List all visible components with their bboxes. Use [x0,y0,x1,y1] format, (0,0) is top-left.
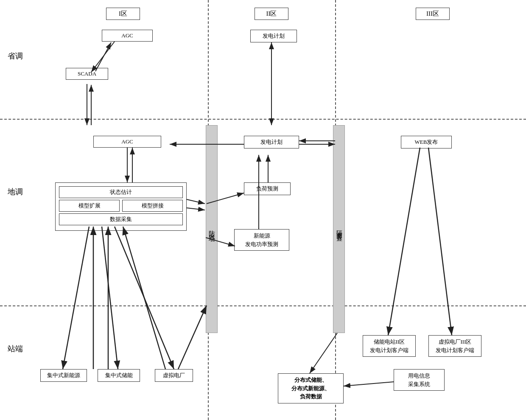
xuni-kezhuanduan-box: 虚拟电厂III区 发电计划客户端 [428,335,481,357]
svg-line-28 [310,333,337,373]
zone-label-didiao: 地调 [8,187,23,197]
xuni-dianchang-box: 虚拟电厂 [155,369,193,382]
svg-line-25 [388,148,420,335]
fadianji-mid-box: 发电计划 [244,136,299,148]
model-row: 模型扩展 模型拼接 [59,200,183,212]
moxing-pinjie-box: 模型拼接 [122,200,183,212]
svg-line-15 [187,208,205,210]
fadianji-top-box: 发电计划 [250,30,297,42]
svg-line-24 [178,305,207,369]
jizhoung-xinnengyuan-box: 集中式新能源 [40,369,87,382]
svg-line-20 [115,227,174,369]
xinnengyuan-box: 新能源 发电功率预测 [234,229,289,251]
zone-label-shengdiao: 省调 [8,51,23,61]
agc-mid-box: AGC [93,136,161,148]
chuneng-kezhuanduan-box: 储能电站II区 发电计划客户端 [363,335,416,357]
shujucaiji-box: 数据采集 [59,213,183,225]
svg-line-26 [428,148,452,335]
scada-box: SCADA [66,68,108,80]
svg-line-27 [344,382,394,386]
svg-line-18 [63,227,89,369]
jizhoung-chuneng-box: 集中式储能 [98,369,140,382]
zone-label-zhangduan: 站端 [8,344,23,354]
group-box-state: 状态估计 模型扩展 模型拼接 数据采集 [55,182,187,231]
zone2-header: II区 [255,8,288,20]
moxing-kuozhan-box: 模型扩展 [59,200,120,212]
zhuangtaiguji-box: 状态估计 [59,186,183,198]
svg-line-19 [102,227,118,369]
firewall-bar: 防火墙 [206,125,218,333]
svg-line-23 [123,227,165,369]
zone3-header: III区 [416,8,450,20]
yongdian-xitong-box: 用电信息 采集系统 [394,369,445,391]
h-divider-zhangduan [0,305,526,306]
h-divider-shengdiao [0,119,526,120]
svg-line-3 [95,42,111,71]
fuzaiyuce-box: 负荷预测 [244,182,291,195]
web-box: WEB发布 [401,136,452,148]
fenbushi-box: 分布式储能、 分布式新能源、 负荷数据 [278,373,344,403]
isolation-bar: 隔离装置 [333,125,345,333]
zone1-header: I区 [106,8,140,20]
agc-top-box: AGC [102,30,153,42]
diagram-container: 省调 地调 站端 I区 II区 III区 AGC SCADA 发电计划 AGC … [0,0,526,420]
svg-line-14 [187,199,205,204]
